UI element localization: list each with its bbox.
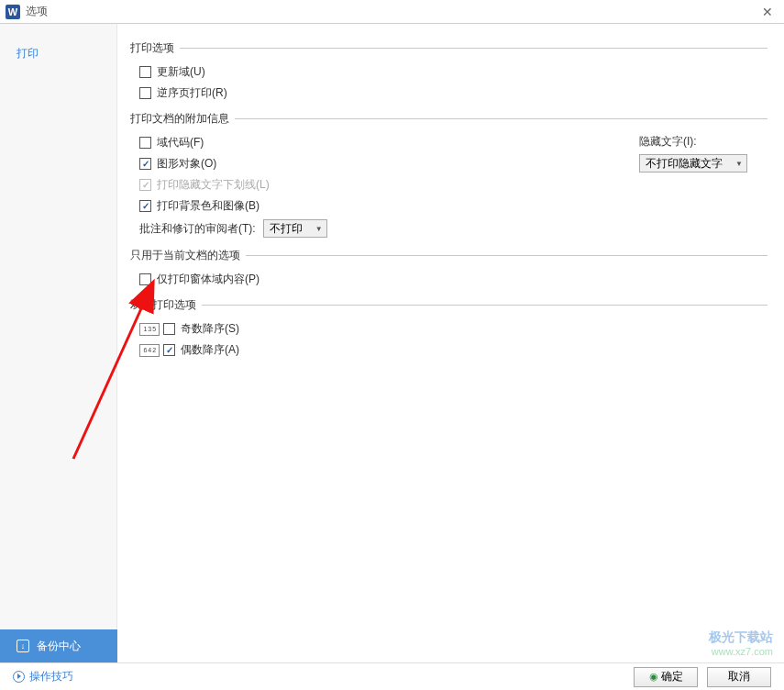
titlebar: W 选项 ✕ bbox=[0, 0, 784, 24]
ok-label: 确定 bbox=[661, 669, 683, 684]
sidebar-item-label: 打印 bbox=[17, 47, 39, 60]
cancel-button[interactable]: 取消 bbox=[707, 667, 771, 687]
ok-button[interactable]: ◉ 确定 bbox=[634, 667, 698, 687]
checkbox-background[interactable] bbox=[139, 200, 151, 212]
label-odd-desc: 奇数降序(S) bbox=[181, 321, 239, 337]
section-divider bbox=[202, 305, 767, 306]
select-hidden-text[interactable]: 不打印隐藏文字 ▼ bbox=[639, 154, 747, 172]
label-form-fields-only: 仅打印窗体域内容(P) bbox=[157, 272, 259, 287]
section-print-options: 打印选项 更新域(U) 逆序页打印(R) bbox=[130, 40, 767, 104]
label-field-codes: 域代码(F) bbox=[157, 135, 204, 150]
label-reverse-print: 逆序页打印(R) bbox=[157, 85, 227, 101]
pages-odd-icon: 1 3 5 bbox=[139, 323, 160, 336]
pages-even-icon: 6 4 2 bbox=[139, 344, 160, 357]
tips-label: 操作技巧 bbox=[29, 669, 73, 684]
label-reviewer: 批注和修订的审阅者(T): bbox=[139, 221, 256, 237]
section-additional-info: 打印文档的附加信息 域代码(F) 图形对象(O) 打印隐藏文字下划线(L) bbox=[130, 111, 767, 240]
checkbox-reverse-print[interactable] bbox=[139, 87, 151, 99]
select-reviewer[interactable]: 不打印 ▼ bbox=[263, 219, 327, 238]
checkbox-odd-desc[interactable] bbox=[163, 323, 175, 335]
section-divider bbox=[235, 118, 767, 119]
section-divider bbox=[246, 255, 767, 256]
checkbox-hidden-underline bbox=[139, 179, 151, 191]
checkbox-form-fields-only[interactable] bbox=[139, 273, 151, 285]
chevron-down-icon: ▼ bbox=[735, 160, 743, 168]
tips-link[interactable]: 操作技巧 bbox=[13, 669, 73, 684]
section-title: 只用于当前文档的选项 bbox=[130, 248, 240, 263]
content-panel: 打印选项 更新域(U) 逆序页打印(R) 打印文档的附加信息 bbox=[117, 24, 784, 648]
footer: 操作技巧 ◉ 确定 取消 bbox=[0, 662, 784, 690]
cancel-label: 取消 bbox=[728, 669, 750, 684]
sidebar: 打印 bbox=[0, 24, 117, 648]
checkbox-field-codes[interactable] bbox=[139, 137, 151, 149]
chevron-down-icon: ▼ bbox=[315, 225, 323, 233]
section-divider bbox=[180, 48, 767, 49]
select-reviewer-value: 不打印 bbox=[270, 221, 303, 237]
label-background: 打印背景色和图像(B) bbox=[157, 198, 259, 214]
label-even-desc: 偶数降序(A) bbox=[181, 342, 239, 358]
app-icon: W bbox=[6, 5, 20, 19]
checkbox-update-fields[interactable] bbox=[139, 66, 151, 78]
backup-label: 备份中心 bbox=[37, 639, 81, 654]
section-current-doc: 只用于当前文档的选项 仅打印窗体域内容(P) bbox=[130, 248, 767, 290]
label-update-fields: 更新域(U) bbox=[157, 64, 205, 80]
sidebar-item-print[interactable]: 打印 bbox=[0, 40, 116, 67]
label-graphic-objects: 图形对象(O) bbox=[157, 156, 216, 172]
main-area: 打印 打印选项 更新域(U) 逆序页打印(R) 打印文档的附加信息 bbox=[0, 24, 784, 648]
select-hidden-text-value: 不打印隐藏文字 bbox=[646, 156, 723, 172]
close-icon[interactable]: ✕ bbox=[756, 5, 778, 19]
check-circle-icon: ◉ bbox=[649, 671, 658, 683]
section-duplex: 双面打印选项 1 3 5 奇数降序(S) 6 4 2 偶数降序(A) bbox=[130, 297, 767, 361]
window-title: 选项 bbox=[26, 4, 756, 19]
section-title: 打印文档的附加信息 bbox=[130, 111, 229, 127]
play-circle-icon bbox=[13, 671, 25, 683]
backup-center-button[interactable]: ↓ 备份中心 bbox=[0, 629, 117, 662]
section-title: 双面打印选项 bbox=[130, 297, 196, 313]
backup-icon: ↓ bbox=[17, 640, 29, 652]
label-hidden-text: 隐藏文字(I): bbox=[639, 134, 767, 150]
section-title: 打印选项 bbox=[130, 40, 174, 56]
checkbox-graphic-objects[interactable] bbox=[139, 158, 151, 170]
label-hidden-underline: 打印隐藏文字下划线(L) bbox=[157, 177, 270, 193]
checkbox-even-desc[interactable] bbox=[163, 344, 175, 356]
